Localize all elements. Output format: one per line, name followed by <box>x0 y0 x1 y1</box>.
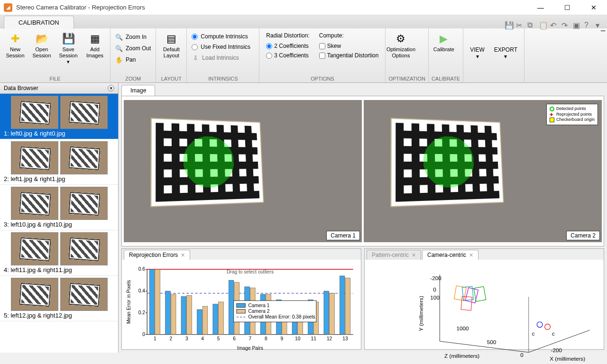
window-icon[interactable]: ▣ <box>573 21 580 28</box>
svg-text:c: c <box>532 330 535 337</box>
svg-text:Y (millimeters): Y (millimeters) <box>418 296 424 331</box>
radial-distortion-block: Radial Distortion: 2 Coefficients 3 Coef… <box>262 31 313 60</box>
image-pair-item[interactable]: 5: left12.jpg & right12.jpg <box>0 276 118 321</box>
svg-rect-23 <box>324 291 329 335</box>
tab-image[interactable]: Image <box>121 85 155 96</box>
svg-point-77 <box>545 324 551 330</box>
image-pair-item[interactable]: 1: left0.jpg & right0.jpg <box>0 94 118 139</box>
tab-camera-centric[interactable]: Camera-centric✕ <box>422 250 478 260</box>
close-button[interactable]: ✕ <box>584 4 603 11</box>
svg-text:12: 12 <box>327 336 332 341</box>
reprojection-bar-chart[interactable]: 00.20.40.612345678910111213Image PairsMe… <box>125 263 358 352</box>
svg-text:Z (millimeters): Z (millimeters) <box>444 353 479 359</box>
close-icon[interactable]: ✕ <box>181 252 185 258</box>
two-coeff-radio[interactable]: 2 Coefficients <box>266 43 309 49</box>
svg-rect-36 <box>330 293 335 335</box>
svg-text:0.2: 0.2 <box>138 310 146 315</box>
svg-text:0.6: 0.6 <box>138 266 146 272</box>
group-file: ✚ New Session 📂 Open Session 💾 Save Sess… <box>0 28 110 82</box>
undo-icon[interactable]: ↶ <box>550 21 558 28</box>
tab-calibration[interactable]: CALIBRATION <box>4 16 74 29</box>
svg-text:10: 10 <box>295 336 301 341</box>
svg-rect-25 <box>155 269 160 334</box>
svg-rect-15 <box>197 309 202 335</box>
skew-checkbox[interactable]: Skew <box>319 43 379 49</box>
redo-icon[interactable]: ↷ <box>561 21 569 28</box>
workspace: Data Browser ▾ 1: left0.jpg & right0.jpg… <box>0 83 607 353</box>
thumbnail-left <box>11 278 58 311</box>
paste-icon[interactable]: 📋 <box>539 21 546 28</box>
ribbon: ✚ New Session 📂 Open Session 💾 Save Sess… <box>0 28 607 83</box>
new-session-button[interactable]: ✚ New Session <box>3 31 28 60</box>
export-dropdown[interactable]: EXPORT▾ <box>490 45 521 62</box>
add-images-button[interactable]: ▦ Add Images <box>83 31 107 60</box>
default-layout-button[interactable]: ▤ Default Layout <box>159 31 184 60</box>
compute-intrinsics-radio[interactable]: Compute Intrinsics <box>190 32 256 41</box>
svg-text:1000: 1000 <box>456 325 469 331</box>
camera2-view[interactable]: Camera 2 Detected points ✚Reprojected po… <box>364 100 602 242</box>
three-coeff-radio[interactable]: 3 Coefficients <box>266 52 309 59</box>
svg-text:4: 4 <box>201 336 204 341</box>
pair-label: 4: left11.jpg & right11.jpg <box>2 266 116 273</box>
svg-text:13: 13 <box>342 336 348 341</box>
camera1-view[interactable]: Camera 1 <box>124 100 362 242</box>
zoom-out-button[interactable]: 🔍Zoom Out <box>113 44 153 53</box>
image-pair-list[interactable]: 1: left0.jpg & right0.jpg2: left1.jpg & … <box>0 94 118 353</box>
svg-rect-71 <box>454 286 467 300</box>
save-icon: 💾 <box>62 32 75 46</box>
group-optimization: ⚙ Optimization Options OPTIMIZATION <box>386 28 428 82</box>
svg-rect-74 <box>474 287 486 301</box>
data-browser-panel: Data Browser ▾ 1: left0.jpg & right0.jpg… <box>0 83 119 353</box>
svg-text:0: 0 <box>142 332 145 337</box>
close-icon[interactable]: ✕ <box>412 252 416 258</box>
svg-text:100: 100 <box>430 294 440 300</box>
svg-rect-16 <box>213 304 218 335</box>
tangential-checkbox[interactable]: Tangential Distortion <box>319 52 379 59</box>
image-legend: Detected points ✚Reprojected points Chec… <box>546 104 598 125</box>
collapse-ribbon-icon[interactable]: ▾ <box>596 21 603 28</box>
svg-text:X (millimeters): X (millimeters) <box>550 355 585 362</box>
camera-centric-plot[interactable]: Y (millimeters) Z (millimeters) X (milli… <box>365 260 604 364</box>
close-icon[interactable]: ✕ <box>469 252 473 258</box>
zoom-in-button[interactable]: 🔍Zoom In <box>113 32 153 42</box>
load-intrinsics-button[interactable]: ⇩Load Intrinsics <box>190 53 256 63</box>
thumbnail-right <box>60 278 108 311</box>
minimize-button[interactable]: — <box>531 4 550 11</box>
calibrate-button[interactable]: ▶ Calibrate <box>432 31 456 54</box>
ribbon-minimize-icon[interactable]: ▔ <box>601 30 605 37</box>
svg-rect-37 <box>345 278 350 335</box>
thumbnail-right <box>60 141 108 174</box>
save-icon[interactable]: 💾 <box>505 21 512 28</box>
checker-plus-icon: ▦ <box>88 32 101 46</box>
svg-rect-28 <box>202 306 208 335</box>
group-options: Radial Distortion: 2 Coefficients 3 Coef… <box>259 28 386 82</box>
svg-rect-24 <box>340 276 345 335</box>
pan-button[interactable]: ✋Pan <box>113 55 153 64</box>
view-dropdown[interactable]: VIEW▾ <box>466 45 488 62</box>
folder-icon: 📂 <box>35 32 48 46</box>
import-icon: ⇩ <box>192 54 199 62</box>
svg-rect-57 <box>237 309 245 313</box>
ribbon-tab-strip: CALIBRATION 💾 ✂ ⧉ 📋 ↶ ↷ ▣ ? ▾ <box>0 15 607 28</box>
copy-icon[interactable]: ⧉ <box>527 21 535 28</box>
layout-icon: ▤ <box>165 32 178 46</box>
tab-reprojection-errors[interactable]: Reprojection Errors✕ <box>124 250 190 260</box>
cut-icon[interactable]: ✂ <box>516 21 524 28</box>
tab-pattern-centric[interactable]: Pattern-centric✕ <box>367 250 421 260</box>
save-session-button[interactable]: 💾 Save Session ▾ <box>56 31 81 66</box>
image-pair-item[interactable]: 3: left10.jpg & right10.jpg <box>0 185 118 230</box>
image-tab-row: Image <box>119 83 607 96</box>
svg-text:Overall Mean Error: 0.38 pixel: Overall Mean Error: 0.38 pixels <box>248 314 315 319</box>
image-pair-item[interactable]: 2: left1.jpg & right1.jpg <box>0 139 118 185</box>
panel-menu-icon[interactable]: ▾ <box>108 85 114 91</box>
maximize-button[interactable]: ☐ <box>558 4 577 11</box>
use-fixed-intrinsics-radio[interactable]: Use Fixed Intrinsics <box>190 43 256 51</box>
svg-text:1: 1 <box>154 336 156 341</box>
thumbnail-left <box>11 232 58 265</box>
help-icon[interactable]: ? <box>584 21 592 28</box>
image-pair-item[interactable]: 4: left11.jpg & right11.jpg <box>0 230 118 276</box>
thumbnail-right <box>60 232 108 265</box>
open-session-button[interactable]: 📂 Open Session <box>29 31 54 60</box>
window-title: Stereo Camera Calibrator - Reprojection … <box>16 4 531 11</box>
optimization-options-button[interactable]: ⚙ Optimization Options <box>388 31 413 60</box>
